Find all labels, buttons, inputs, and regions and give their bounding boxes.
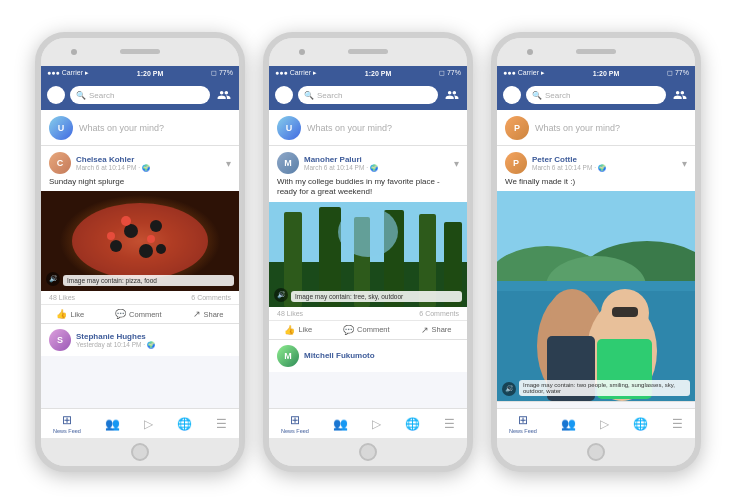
home-button-1[interactable] (131, 443, 149, 461)
next-post-preview-1: S Stephanie Hughes Yesterday at 10:14 PM… (41, 324, 239, 356)
fb-header-2: 🔍 Search (269, 80, 467, 110)
nav-video-1[interactable]: ▷ (144, 417, 153, 431)
nav-newsfeed-2[interactable]: ⊞ News Feed (281, 413, 309, 434)
post-date-3: March 6 at 10:14 PM · 🌍 (532, 164, 677, 172)
svg-point-3 (124, 224, 138, 238)
story-avatar-3: P (505, 116, 529, 140)
phone-1: ●●● Carrier ▸ 1:20 PM ◻ 77% 🔍 Search (35, 32, 245, 472)
messenger-icon-1[interactable] (47, 86, 65, 104)
like-label-1: Like (70, 310, 84, 319)
friend-request-icon-3[interactable] (671, 86, 689, 104)
preview-username-2[interactable]: Mitchell Fukumoto (304, 351, 459, 360)
comment-button-1[interactable]: 💬 Comment (115, 309, 162, 319)
post-image-inner-2: 🔊 Image may contain: tree, sky, outdoor (269, 202, 467, 307)
like-button-1[interactable]: 👍 Like (56, 309, 84, 319)
nav-globe-icon-2: 🌐 (405, 417, 420, 431)
post-likes-2[interactable]: 48 Likes (277, 310, 303, 317)
share-button-1[interactable]: ↗ Share (193, 309, 224, 319)
nav-video-2[interactable]: ▷ (372, 417, 381, 431)
post-likes-1[interactable]: 48 Likes (49, 294, 75, 301)
bottom-nav-3: ⊞ News Feed 👥 ▷ 🌐 ☰ (497, 408, 695, 438)
friend-request-icon-1[interactable] (215, 86, 233, 104)
carrier-2: ●●● Carrier ▸ (275, 69, 317, 77)
friend-request-icon-2[interactable] (443, 86, 461, 104)
battery-3: ◻ 77% (667, 69, 689, 77)
nav-globe-3[interactable]: 🌐 (633, 417, 648, 431)
nav-menu-icon-2: ☰ (444, 417, 455, 431)
nav-newsfeed-3[interactable]: ⊞ News Feed (509, 413, 537, 434)
nav-home-icon-2: ⊞ (290, 413, 300, 427)
nav-friends-3[interactable]: 👥 (561, 417, 576, 431)
search-bar-1[interactable]: 🔍 Search (70, 86, 210, 104)
comment-label-1: Comment (129, 310, 162, 319)
story-input-1[interactable]: U Whats on your mind? (41, 110, 239, 146)
post-comments-2[interactable]: 6 Comments (419, 310, 459, 317)
like-button-2[interactable]: 👍 Like (284, 325, 312, 335)
preview-avatar-1: S (49, 329, 71, 351)
nav-menu-2[interactable]: ☰ (444, 417, 455, 431)
post-image-inner-3: 🔊 Image may contain: two people, smiling… (497, 191, 695, 401)
time-2: 1:20 PM (365, 70, 391, 77)
post-text-1: Sunday night splurge (41, 177, 239, 191)
search-icon-1: 🔍 (76, 91, 86, 100)
post-comments-1[interactable]: 6 Comments (191, 294, 231, 301)
nav-menu-icon-1: ☰ (216, 417, 227, 431)
carrier-1: ●●● Carrier ▸ (47, 69, 89, 77)
story-input-3[interactable]: P Whats on your mind? (497, 110, 695, 146)
story-placeholder-3: Whats on your mind? (535, 123, 620, 133)
phone-camera-3 (527, 49, 533, 55)
svg-point-4 (150, 220, 162, 232)
phone-bottom-bar-2 (269, 438, 467, 466)
status-right-2: ◻ 77% (439, 69, 461, 77)
share-button-2[interactable]: ↗ Share (421, 325, 452, 335)
nav-friends-2[interactable]: 👥 (333, 417, 348, 431)
phone-camera-1 (71, 49, 77, 55)
phone-speaker-3 (576, 49, 616, 54)
post-avatar-2: M (277, 152, 299, 174)
home-button-3[interactable] (587, 443, 605, 461)
svg-rect-26 (497, 281, 695, 291)
story-input-2[interactable]: U Whats on your mind? (269, 110, 467, 146)
nav-globe-2[interactable]: 🌐 (405, 417, 420, 431)
bottom-nav-1: ⊞ News Feed 👥 ▷ 🌐 ☰ (41, 408, 239, 438)
search-bar-3[interactable]: 🔍 Search (526, 86, 666, 104)
svg-point-2 (72, 203, 208, 279)
post-image-2: 🔊 Image may contain: tree, sky, outdoor (269, 202, 467, 307)
status-right-1: ◻ 77% (211, 69, 233, 77)
search-bar-2[interactable]: 🔍 Search (298, 86, 438, 104)
nav-friends-1[interactable]: 👥 (105, 417, 120, 431)
volume-icon-2[interactable]: 🔊 (274, 288, 288, 302)
phone-speaker-1 (120, 49, 160, 54)
status-left-2: ●●● Carrier ▸ (275, 69, 317, 77)
post-avatar-1: C (49, 152, 71, 174)
nav-video-icon-2: ▷ (372, 417, 381, 431)
status-right-3: ◻ 77% (667, 69, 689, 77)
messenger-icon-3[interactable] (503, 86, 521, 104)
nav-globe-1[interactable]: 🌐 (177, 417, 192, 431)
preview-meta-2: Mitchell Fukumoto (304, 351, 459, 360)
post-dropdown-1[interactable]: ▾ (226, 158, 231, 169)
post-username-1[interactable]: Chelsea Kohler (76, 155, 221, 164)
search-placeholder-2: Search (317, 91, 342, 100)
post-username-2[interactable]: Manoher Paluri (304, 155, 449, 164)
like-icon-1: 👍 (56, 309, 67, 319)
post-username-3[interactable]: Peter Cottle (532, 155, 677, 164)
comment-button-2[interactable]: 💬 Comment (343, 325, 390, 335)
post-card-1: C Chelsea Kohler March 6 at 10:14 PM · 🌍… (41, 146, 239, 324)
phone-top-bar-2 (269, 38, 467, 66)
home-button-2[interactable] (359, 443, 377, 461)
post-dropdown-3[interactable]: ▾ (682, 158, 687, 169)
search-icon-3: 🔍 (532, 91, 542, 100)
phone-screen-3: ●●● Carrier ▸ 1:20 PM ◻ 77% 🔍 Search (497, 66, 695, 438)
nav-newsfeed-1[interactable]: ⊞ News Feed (53, 413, 81, 434)
preview-username-1[interactable]: Stephanie Hughes (76, 332, 231, 341)
messenger-icon-2[interactable] (275, 86, 293, 104)
story-avatar-face-3: P (505, 116, 529, 140)
nav-video-3[interactable]: ▷ (600, 417, 609, 431)
post-image-inner-1: 🔊 Image may contain: pizza, food (41, 191, 239, 291)
nav-menu-3[interactable]: ☰ (672, 417, 683, 431)
story-avatar-face-2: U (277, 116, 301, 140)
post-dropdown-2[interactable]: ▾ (454, 158, 459, 169)
nav-menu-1[interactable]: ☰ (216, 417, 227, 431)
post-header-1: C Chelsea Kohler March 6 at 10:14 PM · 🌍… (41, 146, 239, 177)
